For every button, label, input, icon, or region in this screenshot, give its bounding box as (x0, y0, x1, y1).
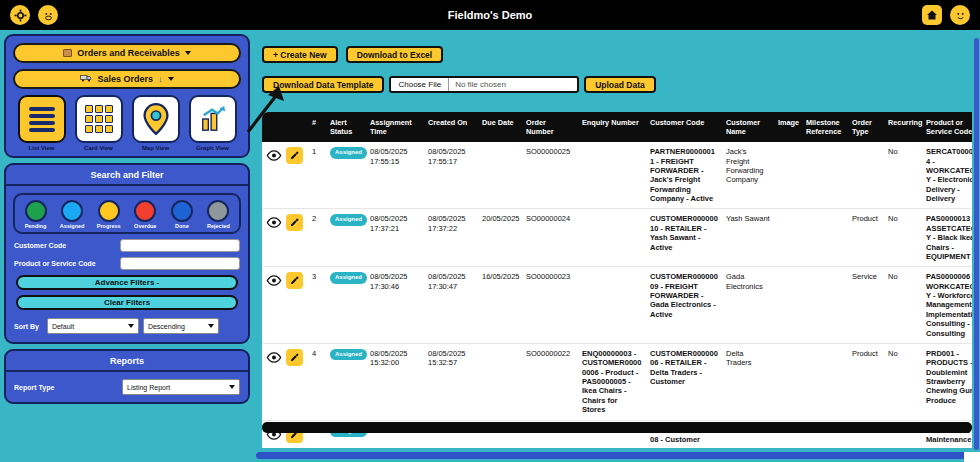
edit-icon[interactable] (286, 349, 303, 366)
create-new-button[interactable]: + Create New (262, 46, 338, 63)
sort-field-value: Default (52, 323, 74, 330)
sidebar: Orders and Receivables Sales Orders ↓ Li… (4, 34, 250, 462)
orders-receivables-button[interactable]: Orders and Receivables (13, 43, 241, 63)
toolbar-upload: Download Data Template Choose File No fi… (262, 76, 656, 93)
navigation-panel: Orders and Receivables Sales Orders ↓ Li… (4, 34, 250, 158)
cell-alert: Assigned (326, 267, 366, 344)
status-filter-group: PendingAssignedProgressOverdueDoneReject… (13, 193, 241, 234)
cell-alert: Assigned (326, 344, 366, 421)
cell-order: SO00000022 (522, 344, 578, 421)
status-circle-icon (98, 200, 120, 222)
cell-milestone (802, 267, 848, 344)
graph-view-button[interactable]: Graph View (185, 95, 240, 151)
card-view-icon (75, 95, 123, 143)
cell-due: 16/05/2025 (478, 267, 522, 344)
clear-filters-button[interactable]: Clear Filters (16, 295, 238, 310)
status-filter-assigned[interactable]: Assigned (55, 200, 90, 229)
advance-filters-button[interactable]: Advance Filters - (16, 275, 238, 290)
truck-icon (80, 74, 92, 84)
column-header-due: Due Date (478, 112, 522, 142)
orders-table: #Alert StatusAssignment TimeCreated OnDu… (262, 112, 972, 448)
sort-direction-select[interactable]: Descending (143, 318, 219, 334)
cell-assignment: 08/05/2025 17:55:15 (366, 142, 424, 209)
sort-field-select[interactable]: Default (47, 318, 139, 334)
list-view-label: List View (29, 145, 55, 151)
product-code-input[interactable] (120, 257, 240, 270)
view-icon[interactable] (266, 275, 282, 286)
cell-num: 1 (308, 142, 326, 209)
cell-due (478, 344, 522, 421)
sales-orders-label: Sales Orders (97, 74, 153, 84)
cell-milestone (802, 209, 848, 267)
column-header-created: Created On (424, 112, 478, 142)
cell-enquiry (578, 142, 646, 209)
search-filter-panel: Search and Filter PendingAssignedProgres… (4, 163, 250, 344)
mascot-icon[interactable] (38, 5, 58, 25)
status-filter-done[interactable]: Done (164, 200, 199, 229)
report-type-select[interactable]: Listing Report (122, 379, 240, 395)
cell-assignment: 08/05/2025 15:32:00 (366, 344, 424, 421)
cell-image (774, 209, 802, 267)
cell-customer_name: Gada Electronics (722, 267, 774, 344)
product-code-row: Product or Service Code (6, 257, 248, 270)
cell-milestone (802, 344, 848, 421)
view-icon[interactable] (266, 352, 282, 363)
cell-assignment: 08/05/2025 17:30:46 (366, 267, 424, 344)
map-view-button[interactable]: Map View (128, 95, 183, 151)
table-body: 1Assigned08/05/2025 17:55:1508/05/2025 1… (262, 142, 972, 448)
status-circle-icon (207, 200, 229, 222)
vertical-scrollbar[interactable] (974, 38, 979, 450)
choose-file-button[interactable]: Choose File (391, 78, 449, 91)
status-filter-label: Pending (25, 223, 47, 229)
cell-image (774, 344, 802, 421)
help-mascot-icon[interactable] (950, 5, 970, 25)
cell-created: 08/05/2025 15:32:57 (424, 344, 478, 421)
cell-num: 2 (308, 209, 326, 267)
customer-code-row: Customer Code (6, 239, 248, 252)
gear-logo-icon[interactable] (10, 5, 30, 25)
status-filter-rejected[interactable]: Rejected (201, 200, 236, 229)
edit-icon[interactable] (286, 272, 303, 289)
card-view-label: Card View (84, 145, 113, 151)
cell-order_type (848, 142, 884, 209)
status-filter-label: Progress (97, 223, 121, 229)
cell-product: PRD001 - PRODUCTS - Doublemint Strawberr… (922, 344, 972, 421)
cell-due: 20/05/2025 (478, 209, 522, 267)
horizontal-scrollbar[interactable] (262, 422, 972, 433)
status-filter-overdue[interactable]: Overdue (128, 200, 163, 229)
row-actions-cell (262, 209, 308, 267)
status-filter-label: Assigned (60, 223, 85, 229)
download-excel-button[interactable]: Download to Excel (346, 46, 444, 63)
orders-table-container: #Alert StatusAssignment TimeCreated OnDu… (262, 112, 972, 448)
view-icon[interactable] (266, 150, 282, 161)
status-badge: Assigned (330, 214, 367, 226)
sales-orders-button[interactable]: Sales Orders ↓ (13, 69, 241, 89)
edit-icon[interactable] (286, 147, 303, 164)
status-filter-label: Overdue (134, 223, 156, 229)
column-header-order: Order Number (522, 112, 578, 142)
status-filter-pending[interactable]: Pending (18, 200, 53, 229)
graph-view-label: Graph View (196, 145, 229, 151)
down-arrow-icon: ↓ (158, 74, 163, 84)
column-header-num: # (308, 112, 326, 142)
view-icon[interactable] (266, 217, 282, 228)
download-template-button[interactable]: Download Data Template (262, 76, 384, 93)
status-filter-progress[interactable]: Progress (91, 200, 126, 229)
customer-code-input[interactable] (120, 239, 240, 252)
bottom-scrollbar[interactable] (256, 452, 968, 459)
cell-order: SO00000025 (522, 142, 578, 209)
cell-image (774, 142, 802, 209)
reports-title: Reports (6, 351, 248, 372)
card-view-button[interactable]: Card View (71, 95, 126, 151)
topbar-right-icons (922, 5, 970, 25)
edit-icon[interactable] (286, 214, 303, 231)
chevron-down-icon (229, 385, 235, 389)
cell-created: 08/05/2025 17:30:47 (424, 267, 478, 344)
cell-product: PAS0000013 - ASSETCATEGORY - Black Ikea … (922, 209, 972, 267)
file-status-text: No file chosen (449, 80, 577, 89)
list-view-button[interactable]: List View (14, 95, 69, 151)
upload-data-button[interactable]: Upload Data (584, 76, 656, 93)
cell-assignment: 08/05/2025 17:37:21 (366, 209, 424, 267)
cell-customer_code: CUSTOMER00000010 - RETAILER - Yash Sawan… (646, 209, 722, 267)
home-icon[interactable] (922, 5, 942, 25)
